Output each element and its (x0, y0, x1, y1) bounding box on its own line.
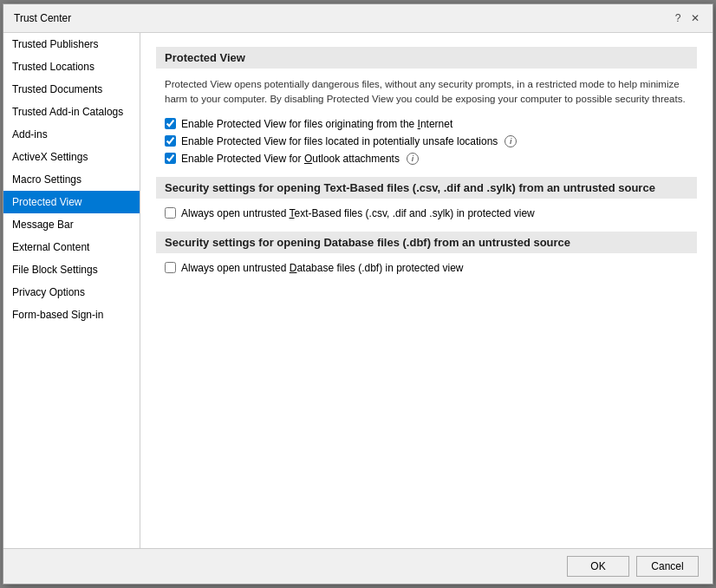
checkbox-row-unsafe-locations: Enable Protected View for files located … (165, 135, 697, 147)
sidebar-item-external-content[interactable]: External Content (3, 236, 140, 258)
checkbox-row-database: Always open untrusted Database files (.d… (165, 262, 697, 274)
enable-protected-view-outlook-checkbox[interactable] (165, 153, 176, 164)
close-button[interactable]: ✕ (688, 11, 702, 25)
sidebar-item-trusted-addin-catalogs[interactable]: Trusted Add-in Catalogs (3, 101, 140, 123)
dialog-footer: OK Cancel (3, 548, 713, 584)
title-bar-controls: ? ✕ (671, 11, 702, 25)
sidebar-item-activex-settings[interactable]: ActiveX Settings (3, 146, 140, 168)
text-based-section: Security settings for opening Text-Based… (156, 177, 697, 219)
enable-protected-view-unsafe-checkbox[interactable] (165, 135, 176, 147)
sidebar-item-macro-settings[interactable]: Macro Settings (3, 168, 140, 191)
trust-center-dialog: Trust Center ? ✕ Trusted PublishersTrust… (3, 3, 713, 585)
open-untrusted-text-label: Always open untrusted Text-Based files (… (181, 207, 535, 219)
help-button[interactable]: ? (671, 11, 685, 25)
checkbox-row-internet: Enable Protected View for files originat… (165, 118, 697, 130)
enable-protected-view-internet-label: Enable Protected View for files originat… (181, 118, 452, 130)
sidebar-item-trusted-documents[interactable]: Trusted Documents (3, 78, 140, 101)
dialog-body: Trusted PublishersTrusted LocationsTrust… (3, 33, 713, 548)
open-untrusted-db-label: Always open untrusted Database files (.d… (181, 262, 464, 274)
title-bar: Trust Center ? ✕ (3, 4, 713, 33)
open-untrusted-db-checkbox[interactable] (165, 262, 176, 273)
open-untrusted-text-checkbox[interactable] (165, 207, 176, 219)
enable-protected-view-unsafe-label: Enable Protected View for files located … (181, 135, 498, 147)
text-section-title: Security settings for opening Text-Based… (156, 177, 697, 199)
sidebar: Trusted PublishersTrusted LocationsTrust… (3, 33, 140, 548)
checkbox-row-outlook: Enable Protected View for Outlook attach… (165, 153, 697, 165)
cancel-button[interactable]: Cancel (636, 556, 699, 577)
info-icon-outlook: i (407, 153, 419, 165)
outlook-underline: O (304, 153, 312, 165)
sidebar-item-message-bar[interactable]: Message Bar (3, 213, 140, 236)
database-section: Security settings for opening Database f… (156, 232, 697, 274)
sidebar-item-trusted-locations[interactable]: Trusted Locations (3, 56, 140, 78)
sidebar-item-protected-view[interactable]: Protected View (3, 191, 140, 213)
enable-protected-view-internet-checkbox[interactable] (165, 118, 176, 129)
sidebar-item-privacy-options[interactable]: Privacy Options (3, 281, 140, 304)
ok-button[interactable]: OK (567, 556, 629, 577)
sidebar-item-add-ins[interactable]: Add-ins (3, 123, 140, 146)
main-section-title: Protected View (156, 47, 697, 69)
sidebar-item-trusted-publishers[interactable]: Trusted Publishers (3, 33, 140, 56)
description-text: Protected View opens potentially dangero… (165, 77, 688, 108)
enable-protected-view-outlook-label: Enable Protected View for Outlook attach… (181, 153, 400, 165)
text-based-underline: T (290, 207, 295, 219)
sidebar-item-form-based-signin[interactable]: Form-based Sign-in (3, 304, 140, 326)
sidebar-item-file-block-settings[interactable]: File Block Settings (3, 258, 140, 281)
database-underline: D (290, 262, 297, 274)
internet-underline: I (418, 118, 420, 130)
content-area: Protected View Protected View opens pote… (140, 33, 713, 548)
dialog-title: Trust Center (14, 12, 71, 24)
db-section-title: Security settings for opening Database f… (156, 232, 697, 253)
info-icon-unsafe: i (504, 135, 517, 147)
protected-view-section: Protected View Protected View opens pote… (156, 47, 697, 165)
checkbox-row-text-based: Always open untrusted Text-Based files (… (165, 207, 697, 219)
